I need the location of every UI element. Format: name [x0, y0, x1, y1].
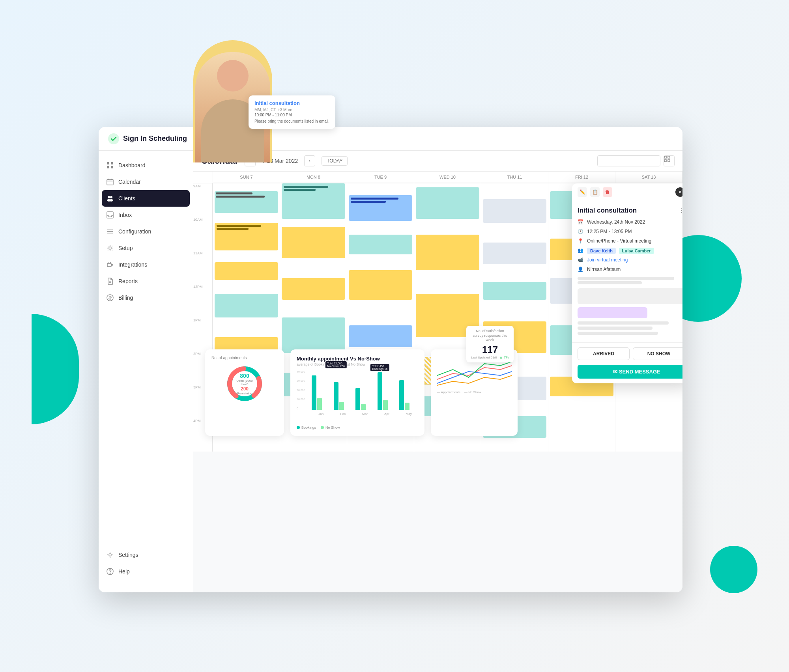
y-axis: 40,000 30,000 20,000 10,000 0: [297, 370, 305, 410]
label-mar: Mar: [362, 412, 368, 416]
app-shell: Sign In Scheduling Dashboard: [99, 127, 682, 592]
calendar-search[interactable]: [597, 155, 660, 166]
bar-feb-noshow: [339, 402, 344, 410]
label-jan: Jan: [318, 412, 323, 416]
apr-badge: Total: 452Bookings 1b: [370, 364, 390, 371]
legend-dot-bookings: [297, 426, 300, 429]
send-message-button[interactable]: ✉ SEND MESSAGE: [578, 365, 682, 379]
today-button[interactable]: TODAY: [322, 156, 348, 166]
donut-used-value: 800: [235, 373, 254, 379]
detail-date: Wednesday, 24th Nov 2022: [587, 219, 645, 225]
event-tue-3[interactable]: [349, 270, 412, 300]
bar-chart-subtitle: average of Bookings Rate against No Show: [297, 362, 418, 366]
donut-center: 800 Used (1000 Limit) 200 Remaining: [235, 373, 254, 395]
event-wed-2[interactable]: [416, 235, 479, 270]
help-icon: [107, 568, 114, 575]
sidebar-item-calendar[interactable]: Calendar: [99, 174, 193, 190]
event-sun-2[interactable]: [215, 223, 278, 250]
sidebar-label-billing: Billing: [118, 295, 133, 301]
label-may: May: [406, 412, 412, 416]
satisfaction-badge: No. of satisfactionsurvey responses this…: [466, 326, 514, 362]
noshow-button[interactable]: NO SHOW: [633, 347, 682, 360]
grid-view-button[interactable]: [664, 155, 675, 166]
tooltip-time: 10:00 PM - 11:00 PM: [254, 113, 329, 117]
event-mon-2[interactable]: [282, 227, 345, 258]
detail-event-title: Initial consultation: [578, 207, 637, 215]
sidebar-bottom: Settings Help: [99, 540, 193, 586]
event-mon-4[interactable]: [282, 317, 345, 353]
bar-may-bookings: [399, 380, 404, 410]
grid-view-icon: [664, 156, 670, 162]
sidebar: Dashboard Calendar Cli: [99, 151, 193, 592]
day-header-sun: SUN 7: [213, 172, 280, 183]
event-thu-1[interactable]: [483, 199, 546, 223]
ph-line-2: [578, 327, 653, 330]
sidebar-item-settings[interactable]: Settings: [99, 547, 193, 563]
attendee-luisa[interactable]: Luisa Camber: [619, 248, 654, 254]
sidebar-item-help[interactable]: Help: [99, 563, 193, 580]
legend-noshow: No Show: [321, 426, 340, 429]
event-sun-1[interactable]: [215, 191, 278, 213]
donut-wrapper: 800 Used (1000 Limit) 200 Remaining: [225, 364, 264, 403]
day-header-sat: SAT 13: [615, 172, 682, 183]
event-thu-2[interactable]: [483, 243, 546, 264]
event-tue-4[interactable]: [349, 325, 412, 347]
attendee-dave[interactable]: Dave Keith: [587, 248, 616, 254]
svg-point-29: [110, 573, 110, 574]
donut-title: No. of appointments: [211, 356, 278, 360]
bar-may-noshow: [405, 403, 409, 410]
sidebar-item-clients[interactable]: Clients: [102, 190, 190, 207]
sidebar-item-dashboard[interactable]: Dashboard: [99, 157, 193, 174]
sidebar-item-reports[interactable]: Reports: [99, 273, 193, 289]
event-wed-1[interactable]: [416, 187, 479, 219]
sidebar-item-billing[interactable]: Billing: [99, 289, 193, 306]
event-thu-3[interactable]: [483, 282, 546, 300]
svg-rect-1: [107, 162, 109, 164]
join-meeting-link[interactable]: Join virtual meeting: [587, 257, 628, 263]
bar-apr-bookings: Total: 452Bookings 1b: [378, 372, 382, 410]
event-sun-4[interactable]: [215, 294, 278, 317]
inbox-icon: [107, 211, 114, 218]
delete-button[interactable]: 🗑: [603, 187, 612, 197]
tooltip-card: Initial consultation MM, MJ, CT, +3 More…: [249, 95, 335, 129]
edit-button[interactable]: ✏️: [578, 187, 587, 197]
bar-jan: Jan: [312, 375, 331, 410]
event-sun-3[interactable]: [215, 262, 278, 280]
list-icon: [107, 228, 114, 235]
next-week-button[interactable]: ›: [304, 155, 315, 166]
sidebar-label-reports: Reports: [118, 278, 138, 284]
sidebar-item-integrations[interactable]: Integrations: [99, 256, 193, 273]
ph-line-1: [578, 321, 669, 325]
event-tue-2[interactable]: [349, 235, 412, 254]
satisfaction-change: ▲ 7%: [499, 355, 509, 359]
bar-mar-bookings: [355, 388, 360, 410]
detail-body: Initial consultation ⋮ 📅 Wednesday, 24th…: [572, 201, 682, 342]
sidebar-label-setup: Setup: [118, 245, 133, 251]
calendar-detail-icon: 📅: [578, 219, 584, 226]
detail-more-button[interactable]: ⋮: [679, 207, 682, 214]
close-button[interactable]: ✕: [675, 187, 682, 197]
detail-ph-block-1: [578, 288, 682, 304]
svg-point-27: [109, 554, 111, 556]
arrived-button[interactable]: ARRIVED: [578, 347, 630, 360]
detail-link-row: 📹 Join virtual meeting: [578, 257, 682, 263]
gear-icon: [107, 245, 114, 252]
svg-rect-3: [107, 166, 109, 168]
detail-placeholder-content: [578, 277, 682, 284]
detail-panel: ✏️ 📋 🗑 ✕ Initial consultation ⋮ 📅: [572, 183, 682, 383]
day-header-thu: THU 11: [481, 172, 548, 183]
tooltip-attendees: MM, MJ, CT, +3 More: [254, 108, 329, 112]
svg-rect-4: [111, 166, 113, 168]
event-mon-1[interactable]: [282, 183, 345, 219]
sidebar-item-inbox[interactable]: Inbox: [99, 207, 193, 223]
event-mon-3[interactable]: [282, 278, 345, 300]
satisfaction-label: No. of satisfactionsurvey responses this…: [471, 329, 509, 343]
copy-button[interactable]: 📋: [590, 187, 600, 197]
bar-feb: Total 12,000No-Show: 256 Feb: [334, 382, 353, 410]
event-tue-1[interactable]: [349, 195, 412, 221]
sidebar-item-configuration[interactable]: Configuration: [99, 223, 193, 240]
bar-apr-noshow: [383, 400, 388, 410]
person-head: [217, 60, 249, 91]
sidebar-item-setup[interactable]: Setup: [99, 240, 193, 256]
sidebar-label-inbox: Inbox: [118, 212, 132, 218]
